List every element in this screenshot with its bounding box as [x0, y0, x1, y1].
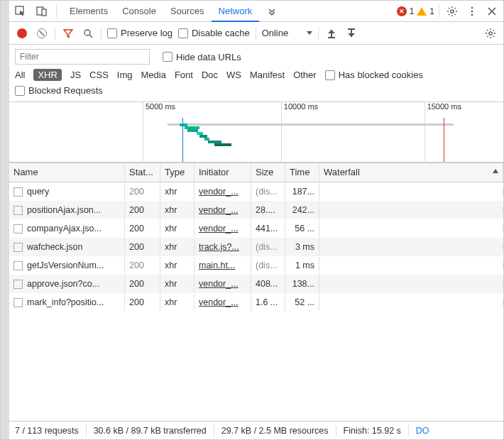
upload-har-icon[interactable]: [324, 26, 339, 40]
col-name[interactable]: Name: [9, 163, 125, 182]
close-icon[interactable]: [483, 3, 500, 20]
status-resources: 29.7 kB / 2.5 MB resources: [221, 426, 329, 436]
file-icon: [13, 224, 23, 233]
tab-network[interactable]: Network: [212, 1, 260, 22]
status-domcontent: DO: [416, 426, 429, 436]
tab-sources[interactable]: Sources: [163, 1, 212, 22]
type-filter-css[interactable]: CSS: [89, 70, 109, 80]
type-filter-img[interactable]: Img: [117, 70, 133, 80]
col-size[interactable]: Size: [251, 163, 285, 182]
type-filter-doc[interactable]: Doc: [202, 70, 218, 80]
devtools-panel: ElementsConsoleSourcesNetwork ✕ 1 1: [9, 1, 503, 439]
type-filter-font[interactable]: Font: [175, 70, 193, 80]
blocked-requests-checkbox[interactable]: Blocked Requests: [15, 85, 103, 96]
initiator-link[interactable]: track.js?...: [199, 242, 239, 252]
initiator-link[interactable]: vendor_...: [199, 187, 239, 197]
throttle-select[interactable]: Online: [262, 28, 313, 38]
tabs-overflow-icon[interactable]: [263, 3, 280, 20]
request-type: xhr: [160, 294, 195, 311]
table-row[interactable]: companyAjax.jso...200xhrvendor_...441...…: [9, 219, 503, 238]
timeline-tick: 15000 ms: [424, 102, 461, 163]
svg-rect-2: [42, 9, 46, 16]
record-button[interactable]: [15, 26, 29, 40]
load-line: [444, 118, 444, 162]
download-har-icon[interactable]: [344, 26, 358, 40]
panel-settings-gear-icon[interactable]: [483, 26, 498, 40]
warning-count[interactable]: 1: [429, 6, 434, 16]
table-row[interactable]: wafcheck.json200xhrtrack.js?...(dis...3 …: [9, 238, 503, 256]
initiator-link[interactable]: vendor_...: [199, 279, 239, 289]
initiator-link[interactable]: main.ht...: [199, 260, 235, 270]
type-filter-manifest[interactable]: Manifest: [250, 70, 285, 80]
table-row[interactable]: positionAjax.json...200xhrvendor_...28..…: [9, 201, 503, 219]
request-type: xhr: [160, 257, 195, 274]
inspect-icon[interactable]: [12, 3, 29, 20]
svg-point-9: [489, 31, 492, 34]
request-size: 441...: [251, 220, 285, 237]
timeline-tick: 10000 ms: [281, 102, 318, 163]
disable-cache-label: Disable cache: [192, 28, 250, 38]
device-toggle-icon[interactable]: [33, 3, 50, 20]
separator: [336, 425, 336, 436]
type-filter-xhr[interactable]: XHR: [33, 69, 61, 81]
gear-icon[interactable]: [444, 3, 461, 20]
warning-badge-icon[interactable]: [417, 7, 427, 16]
request-size: 408...: [251, 275, 285, 292]
kebab-menu-icon[interactable]: [464, 3, 481, 20]
search-icon[interactable]: [81, 26, 95, 40]
hide-data-urls-checkbox[interactable]: Hide data URLs: [163, 52, 241, 62]
separator: [55, 27, 55, 40]
file-icon: [13, 261, 23, 270]
filter-row: Hide data URLs: [9, 45, 503, 66]
blocked-requests-row: Blocked Requests: [9, 85, 503, 102]
preserve-log-checkbox[interactable]: Preserve log: [107, 28, 172, 38]
tab-console[interactable]: Console: [115, 1, 163, 22]
svg-point-4: [471, 6, 473, 9]
col-initiator[interactable]: Initiator: [195, 163, 251, 182]
filter-icon[interactable]: [61, 26, 75, 40]
clear-button[interactable]: [35, 26, 49, 40]
initiator-link[interactable]: vendor_...: [199, 297, 239, 307]
table-row[interactable]: query200xhrvendor_...(dis...187...: [9, 182, 503, 201]
request-status: 200: [125, 202, 160, 219]
type-filter-all[interactable]: All: [15, 70, 25, 80]
request-type: xhr: [160, 183, 195, 200]
timeline-overview[interactable]: 5000 ms10000 ms15000 ms: [9, 102, 503, 163]
separator: [56, 5, 57, 18]
has-blocked-cookies-checkbox[interactable]: Has blocked cookies: [325, 70, 423, 80]
request-name: approve.json?co...: [27, 279, 99, 289]
table-row[interactable]: getJsVersionNum...200xhrmain.ht...(dis..…: [9, 256, 503, 275]
table-row[interactable]: mark_info?positio...200xhrvendor_...1.6 …: [9, 293, 503, 312]
type-filter-ws[interactable]: WS: [226, 70, 241, 80]
request-size: (dis...: [251, 238, 285, 255]
request-name: mark_info?positio...: [27, 297, 104, 307]
request-time: 52 ...: [285, 294, 319, 311]
disable-cache-checkbox[interactable]: Disable cache: [178, 28, 250, 38]
request-size: (dis...: [251, 183, 285, 200]
type-filter-js[interactable]: JS: [70, 70, 81, 80]
request-time: 187...: [285, 183, 319, 200]
request-status: 200: [125, 220, 160, 237]
status-transferred: 30.6 kB / 89.7 kB transferred: [94, 426, 207, 436]
chevron-down-icon: [307, 31, 312, 35]
table-row[interactable]: approve.json?co...200xhrvendor_...408...…: [9, 275, 503, 293]
network-toolbar: Preserve log Disable cache Online: [9, 22, 503, 45]
col-status[interactable]: Stat...: [125, 163, 160, 182]
file-icon: [13, 206, 23, 215]
error-badge-icon[interactable]: ✕: [397, 6, 407, 16]
filter-input[interactable]: [15, 49, 150, 65]
preserve-log-label: Preserve log: [121, 28, 172, 38]
col-time[interactable]: Time: [285, 163, 319, 182]
error-count[interactable]: 1: [410, 6, 415, 16]
separator: [439, 5, 439, 18]
type-filter-media[interactable]: Media: [141, 70, 165, 80]
col-type[interactable]: Type: [160, 163, 195, 182]
initiator-link[interactable]: vendor_...: [199, 224, 239, 233]
request-time: 138...: [285, 275, 319, 292]
col-waterfall[interactable]: Waterfall: [319, 163, 503, 182]
request-size: 28....: [251, 202, 285, 219]
timeline-tick: 5000 ms: [143, 102, 175, 163]
tab-elements[interactable]: Elements: [62, 1, 115, 22]
type-filter-other[interactable]: Other: [293, 70, 317, 80]
initiator-link[interactable]: vendor_...: [199, 205, 239, 215]
